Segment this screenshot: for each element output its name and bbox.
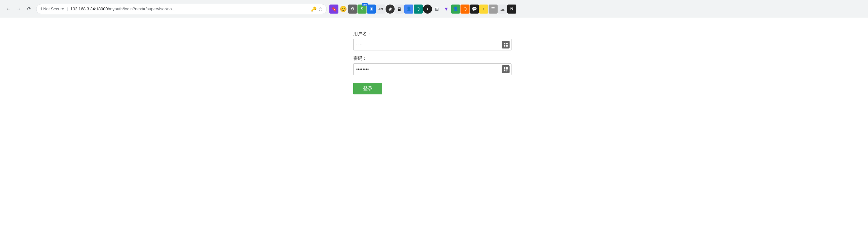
reload-button[interactable]: ⟳ [25,4,34,13]
svg-rect-1 [506,43,507,44]
ext-orange-hex[interactable]: ⬡ [461,4,469,13]
ext-multi-grid[interactable]: ⊞ [432,4,441,13]
password-label: 密码： [353,56,515,61]
ext-gray-menu[interactable]: ☰ [489,4,498,13]
ext-browser[interactable]: 🖥 [395,4,404,13]
username-label: 用户名： [353,31,515,37]
url-path: /myauth/login?next=/supervisor/no... [108,6,175,11]
forward-button[interactable]: → [14,4,23,13]
ext-person-blue[interactable]: 👤 [404,4,413,13]
login-form: 用户名： 密码： [353,31,515,94]
ext-yellow-1[interactable]: 1 [479,4,488,13]
username-autofill-icon[interactable] [502,41,509,49]
svg-rect-3 [506,45,507,47]
ext-teal[interactable]: ⬡ [414,4,423,13]
key-icon: 🔑 [311,6,316,11]
url-host: 192.168.3.34 [70,6,95,11]
browser-chrome: ← → ⟳ ℹ Not Secure | 192.168.3.34:18000/… [0,0,868,18]
ext-chat-dark[interactable]: 💬 [470,4,479,13]
page-content: 用户名： 密码： [0,18,868,225]
svg-text:1: 1 [506,70,507,72]
ext-grid[interactable]: ⊞ [367,4,376,13]
password-autofill-icon[interactable]: 1 [502,65,509,73]
password-input[interactable] [353,63,512,75]
ext-circle-dark[interactable]: ◉ [385,4,395,13]
bookmark-icon[interactable]: ☆ [318,6,322,11]
ext-re[interactable]: /re/ [376,4,385,13]
login-button[interactable]: 登录 [353,83,382,94]
ext-dark-round[interactable]: ● [423,4,432,13]
ext-violet[interactable]: 🔖 [330,4,338,13]
url-port: :18000 [95,6,108,11]
back-button[interactable]: ← [4,4,13,13]
nav-buttons: ← → ⟳ [4,4,34,13]
security-icon: ℹ Not Secure [40,6,64,11]
ext-n[interactable]: N [507,4,516,13]
ext-triangle[interactable]: ▼ [442,4,451,13]
ext-cloud[interactable]: ☁ [498,4,507,13]
svg-rect-0 [504,43,505,44]
security-label: Not Secure [43,6,64,11]
extension-icons: 🔖 😊 ⚙ S New ⊞ /re/ ◉ 🖥 👤 ⬡ ● ⊞ ▼ 👤 ⬡ 💬 1… [330,4,516,13]
address-bar[interactable]: ℹ Not Secure | 192.168.3.34:18000/myauth… [36,4,327,14]
password-input-wrapper: 1 [353,63,512,75]
ext-s-new[interactable]: S New [358,4,367,13]
username-group: 用户名： [353,31,515,51]
svg-rect-6 [504,69,505,71]
svg-rect-4 [504,67,505,69]
ext-person-green[interactable]: 👤 [451,4,460,13]
separator: | [67,6,68,11]
username-input-wrapper [353,39,512,51]
svg-rect-2 [504,45,505,47]
ext-emoji[interactable]: 😊 [339,4,348,13]
svg-rect-5 [506,67,507,69]
password-group: 密码： 1 [353,56,515,75]
username-input[interactable] [353,39,512,51]
ext-gray[interactable]: ⚙ [348,4,357,13]
url-text: 192.168.3.34:18000/myauth/login?next=/su… [70,6,309,11]
